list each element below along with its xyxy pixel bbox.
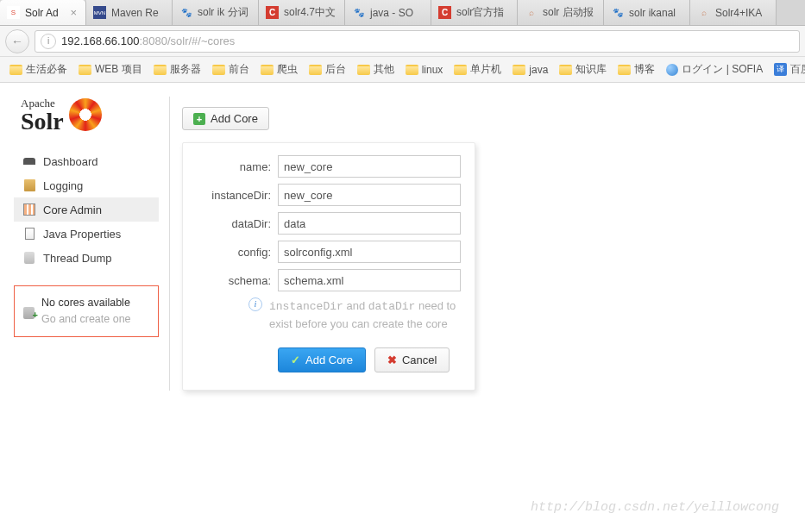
thread-dump-icon: [22, 251, 36, 265]
favicon-baidu-icon: 🐾: [352, 6, 365, 19]
back-button[interactable]: ←: [5, 29, 29, 53]
bookmark-folder[interactable]: 前台: [208, 59, 254, 79]
close-icon[interactable]: ×: [68, 6, 79, 19]
tab-label: Solr Ad: [25, 7, 59, 19]
translate-icon: 译: [774, 63, 787, 76]
url-port: :8080: [139, 34, 167, 47]
browser-tab[interactable]: SSolr Ad×: [0, 0, 86, 25]
add-core-toggle-button[interactable]: + Add Core: [182, 107, 269, 130]
plus-icon: +: [193, 113, 205, 125]
favicon-baidu-icon: 🐾: [179, 6, 192, 19]
info-icon: i: [248, 297, 262, 311]
folder-icon: [9, 65, 22, 75]
bookmark-folder[interactable]: WEB 项目: [74, 59, 147, 79]
dashboard-icon: [22, 154, 36, 168]
form-row-schema: schema:: [197, 269, 461, 291]
main-content: + Add Core name: instanceDir: dataDir: c…: [169, 97, 791, 391]
form-row-instancedir: instanceDir:: [197, 184, 461, 206]
tab-label: Solr4+IKA: [715, 7, 762, 19]
database-add-icon: [23, 307, 35, 319]
cancel-button[interactable]: ✖Cancel: [374, 347, 450, 372]
tab-label: Maven Re: [111, 7, 159, 19]
folder-icon: [357, 65, 370, 75]
tab-label: solr 启动报: [543, 5, 594, 20]
bookmark-link[interactable]: ログイン | SOFIA: [662, 59, 767, 79]
folder-icon: [154, 65, 167, 75]
check-icon: ✓: [291, 354, 300, 366]
input-instancedir[interactable]: [278, 184, 461, 206]
browser-tab[interactable]: 🐾solr ik 分词: [173, 0, 259, 25]
tab-label: solr4.7中文: [284, 5, 336, 20]
bookmark-folder[interactable]: 后台: [305, 59, 350, 79]
folder-icon: [406, 65, 418, 75]
sidebar-nav: Dashboard Logging Core Admin Java Proper…: [14, 149, 159, 270]
label-config: config:: [197, 246, 271, 259]
browser-tab[interactable]: 🐾java - SO: [345, 0, 431, 25]
input-config[interactable]: [278, 241, 461, 263]
folder-icon: [454, 65, 467, 75]
folder-icon: [79, 65, 91, 75]
folder-icon: [212, 65, 225, 75]
bookmark-folder[interactable]: 生活必备: [5, 59, 72, 79]
dialog-actions: ✓Add Core ✖Cancel: [278, 347, 461, 372]
browser-tab[interactable]: MVNMaven Re: [86, 0, 173, 25]
site-info-icon[interactable]: i: [41, 34, 56, 49]
browser-tab[interactable]: 🐾solr ikanal: [604, 0, 690, 25]
url-path: /solr/#/~cores: [167, 34, 235, 47]
sidebar-item-core-admin[interactable]: Core Admin: [14, 197, 159, 222]
label-datadir: dataDir:: [197, 217, 271, 230]
form-row-name: name:: [197, 155, 461, 178]
bookmark-folder[interactable]: 其他: [353, 59, 399, 79]
bookmark-folder[interactable]: 博客: [613, 59, 659, 79]
favicon-csdn-icon: C: [438, 6, 451, 19]
input-datadir[interactable]: [278, 212, 461, 235]
bookmark-folder[interactable]: 知识库: [555, 59, 611, 79]
favicon-baidu-icon: 🐾: [611, 6, 624, 19]
label-name: name:: [197, 160, 271, 173]
tab-label: java - SO: [370, 7, 413, 19]
no-cores-panel: No cores available Go and create one: [14, 285, 159, 337]
x-icon: ✖: [387, 354, 397, 366]
favicon-solr-icon: S: [7, 6, 20, 19]
label-schema: schema:: [197, 274, 271, 287]
url-host: 192.168.66.100: [61, 34, 139, 47]
tab-label: solr ik 分词: [198, 5, 248, 20]
bookmark-folder[interactable]: 爬虫: [256, 59, 302, 79]
folder-icon: [261, 65, 274, 75]
browser-address-bar: ← i 192.168.66.100:8080/solr/#/~cores: [0, 26, 805, 57]
browser-tab[interactable]: Csolr官方指: [431, 0, 518, 25]
browser-tabstrip: SSolr Ad× MVNMaven Re 🐾solr ik 分词 Csolr4…: [0, 0, 805, 26]
folder-icon: [559, 65, 572, 75]
browser-tab[interactable]: Csolr4.7中文: [259, 0, 345, 25]
label-instancedir: instanceDir:: [197, 189, 271, 202]
folder-icon: [513, 65, 525, 75]
logo-title: Solr: [21, 110, 64, 132]
bookmark-folder[interactable]: java: [508, 61, 552, 78]
tab-label: solr ikanal: [629, 7, 676, 19]
bookmark-link[interactable]: 译百度翻译: [770, 59, 805, 79]
logging-icon: [22, 178, 36, 192]
sidebar-item-dashboard[interactable]: Dashboard: [14, 149, 159, 173]
input-name[interactable]: [278, 155, 461, 178]
browser-tab[interactable]: ⌕solr 启动报: [518, 0, 604, 25]
browser-tab[interactable]: ⌕Solr4+IKA: [690, 0, 777, 25]
sidebar-item-java-properties[interactable]: Java Properties: [14, 222, 159, 246]
input-schema[interactable]: [278, 269, 461, 291]
folder-icon: [618, 65, 631, 75]
sidebar-item-thread-dump[interactable]: Thread Dump: [14, 246, 159, 270]
bookmark-folder[interactable]: 单片机: [450, 59, 506, 79]
bookmark-folder[interactable]: 服务器: [149, 59, 205, 79]
bookmark-folder[interactable]: linux: [401, 61, 448, 78]
sun-icon: [69, 98, 102, 131]
core-admin-icon: [22, 203, 36, 216]
solr-logo[interactable]: Apache Solr: [14, 97, 159, 132]
add-core-submit-button[interactable]: ✓Add Core: [278, 347, 366, 372]
no-cores-hint[interactable]: Go and create one: [41, 311, 131, 328]
browser-bookmarks-bar: 生活必备 WEB 项目 服务器 前台 爬虫 后台 其他 linux 单片机 ja…: [0, 57, 805, 83]
favicon-mvn-icon: MVN: [93, 6, 106, 19]
sidebar: Apache Solr Dashboard Logging Core Admin…: [14, 97, 159, 391]
no-cores-title: No cores available: [41, 295, 131, 311]
sidebar-item-logging[interactable]: Logging: [14, 173, 159, 197]
url-input[interactable]: i 192.168.66.100:8080/solr/#/~cores: [35, 30, 800, 53]
app-wrapper: Apache Solr Dashboard Logging Core Admin…: [0, 83, 805, 404]
